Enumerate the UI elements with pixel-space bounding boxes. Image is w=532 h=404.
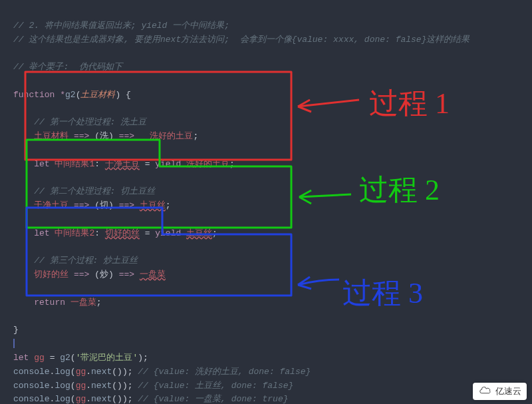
semi: ; <box>96 298 102 307</box>
op-arrow: ==> <box>68 200 94 210</box>
log: log <box>55 367 70 377</box>
semi: ; <box>212 228 217 238</box>
ident: 中间结果2 <box>55 228 94 238</box>
comment: // 2. 将中间结果值返回出来; yield 一个中间结果; <box>13 21 229 31</box>
comment: // {value: 洗好的土豆, done: false} <box>138 367 311 377</box>
kw-return: return <box>34 298 65 307</box>
ident: gg <box>34 353 45 363</box>
semi: ; <box>229 159 235 169</box>
next: next <box>91 394 112 404</box>
op-arrow: ==> <box>114 131 140 141</box>
kw-function: function <box>13 90 55 100</box>
watermark-text: 亿速云 <box>495 385 521 397</box>
kw-let: let <box>34 159 49 169</box>
ident: 土豆材料 <box>34 131 68 141</box>
colon: : <box>94 228 105 238</box>
comment: // {value: 土豆丝, done: false} <box>138 381 293 391</box>
fn-call: g2 <box>60 353 70 363</box>
watermark: 亿速云 <box>473 383 527 400</box>
param: 土豆材料 <box>80 90 115 100</box>
ident: gg <box>76 367 86 377</box>
ident: 干净土豆 <box>34 200 68 210</box>
comment: // 第二个处理过程: 切土豆丝 <box>34 186 155 196</box>
log: log <box>55 394 70 404</box>
console: console <box>13 394 50 404</box>
comment: // 第三个过程: 炒土豆丝 <box>34 256 138 266</box>
ident-error: 土豆丝 <box>140 200 166 210</box>
fn-name: g2 <box>65 90 76 100</box>
ident: 洗好的土豆 <box>150 131 193 141</box>
kw-yield: yield <box>155 228 181 238</box>
ident-error: 干净土豆 <box>105 159 140 169</box>
comment: // 第一个处理过程: 洗土豆 <box>34 117 146 127</box>
op-arrow: ==> <box>114 270 140 280</box>
console: console <box>13 367 50 377</box>
ident: 切好的丝 <box>34 270 68 280</box>
ident-error: 土豆丝 <box>186 228 212 238</box>
comment: // 这个结果也是生成器对象, 要使用next方法去访问; 会拿到一个像{val… <box>13 35 469 45</box>
op: (炒) <box>94 270 114 280</box>
ident-error: 一盘菜 <box>140 270 166 280</box>
op: (切) <box>94 200 114 210</box>
ident: gg <box>76 381 86 391</box>
comment: // 举个栗子: 伪代码如下 <box>13 62 122 72</box>
op-arrow: ==> <box>114 200 140 210</box>
string: '带泥巴的土豆' <box>76 353 138 363</box>
brace: { <box>120 90 131 100</box>
ident: 洗好的土豆 <box>186 159 229 169</box>
next: next <box>91 381 112 391</box>
op-arrow: ==> <box>68 131 94 141</box>
log: log <box>55 381 70 391</box>
cloud-icon <box>478 387 493 396</box>
ident: 一盘菜 <box>70 298 96 307</box>
console: console <box>13 381 50 391</box>
op: (洗) <box>94 131 114 141</box>
ident: 中间结果1 <box>55 159 94 169</box>
comment: // {value: 一盘菜, done: true} <box>138 394 288 404</box>
eq: = <box>45 353 60 363</box>
eq: = <box>140 228 155 238</box>
kw-yield: yield <box>155 159 181 169</box>
next: next <box>91 367 112 377</box>
colon: : <box>94 159 105 169</box>
kw-let: let <box>34 228 49 238</box>
semi: ; <box>193 131 198 141</box>
kw-let: let <box>13 353 29 363</box>
op-arrow: ==> <box>68 270 94 280</box>
code-block: // 2. 将中间结果值返回出来; yield 一个中间结果; // 这个结果也… <box>0 0 532 404</box>
cursor <box>13 339 15 348</box>
kw-star: * <box>60 90 65 100</box>
semi: ; <box>166 200 171 210</box>
ident: gg <box>76 394 86 404</box>
ident-error: 切好的丝 <box>105 228 140 238</box>
eq: = <box>140 159 155 169</box>
brace: } <box>13 325 19 335</box>
